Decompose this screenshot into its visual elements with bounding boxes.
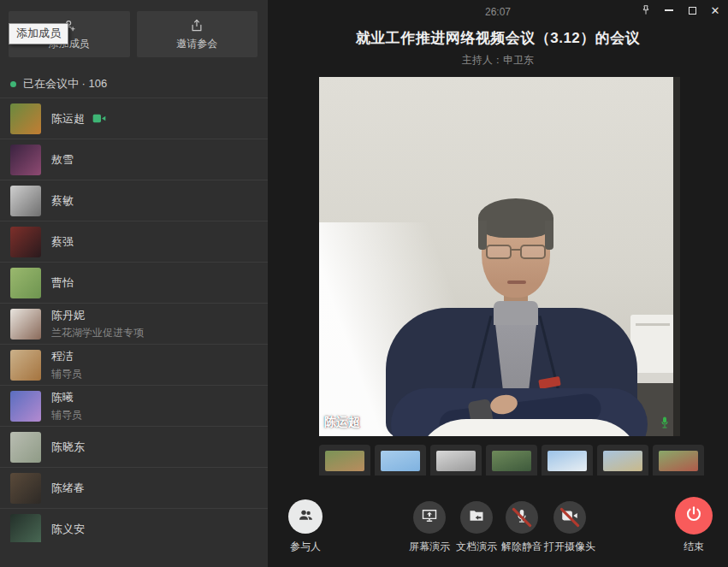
video-thumbnail[interactable] [375,445,426,475]
meeting-toolbar: 参与人 屏幕演示 [268,494,728,567]
participant-avatar [10,227,41,257]
participant-list: 陈运超 敖雪 [0,97,268,542]
thumbnail-image [492,451,531,471]
crossed-arms [391,388,648,436]
participant-row[interactable]: 陈运超 [0,98,268,139]
pin-window-icon[interactable] [638,3,654,18]
video-filmstrip [319,445,704,475]
participant-avatar [10,309,41,340]
printer-in-background [630,315,675,385]
meeting-title: 就业工作推进网络视频会议（3.12）的会议 [268,28,728,48]
participant-name: 陈义安 [51,522,85,537]
speaker-face [482,205,550,298]
participant-row[interactable]: 陈曦 辅导员 [0,386,268,427]
maximize-icon [689,7,696,15]
video-thumbnail[interactable] [542,445,593,475]
participant-name: 蔡强 [51,234,74,250]
invite-share-icon [189,18,204,33]
camera-on-icon [92,113,106,124]
speaker-body [386,308,637,436]
minimize-button[interactable] [661,3,677,18]
participant-avatar [10,268,41,298]
close-icon: ✕ [711,4,720,17]
maximize-button[interactable] [684,3,700,18]
participants-icon [297,506,315,528]
participants-label: 参与人 [258,540,352,554]
power-icon [684,505,703,527]
sidebar-actions: 添加成员 邀请参会 添加成员 [0,0,268,57]
end-meeting-button[interactable]: 结束 [647,497,728,554]
meeting-main: 26:07 ✕ 就业工作推进网络视频会议（3.12）的会议 主持人：申卫东 [268,0,728,567]
participant-avatar [10,145,41,175]
window-controls: ✕ [638,3,723,18]
minimize-icon [665,9,673,11]
close-button[interactable]: ✕ [707,3,723,18]
participant-name: 陈曦 [51,390,74,405]
video-thumbnail[interactable] [319,445,370,475]
participant-name: 陈绪春 [51,481,85,496]
speaker-glasses [485,245,547,260]
desk [415,419,642,436]
main-video[interactable]: 陈运超 [319,77,680,436]
speaker-name-label: 陈运超 [324,415,360,430]
participant-name: 陈丹妮 [51,308,85,323]
invite-button[interactable]: 邀请参会 [137,11,258,57]
participant-avatar [10,391,41,422]
participant-role: 兰花湖学业促进专项 [51,326,144,340]
participant-avatar [10,432,41,463]
thumbnail-image [381,451,420,471]
participant-name: 敖雪 [51,152,74,168]
participant-row[interactable]: 陈绪春 [0,468,268,509]
video-thumbnail[interactable] [430,445,482,475]
participant-role: 辅导员 [51,408,82,422]
participant-row[interactable]: 敖雪 [0,139,268,180]
participant-row[interactable]: 程洁 辅导员 [0,345,268,386]
thumbnail-image [436,451,476,471]
participant-row[interactable]: 蔡敏 [0,180,268,221]
tooltip: 添加成员 [9,23,68,44]
participant-avatar [10,473,41,504]
participant-role: 辅导员 [51,367,82,381]
participants-sidebar: 添加成员 邀请参会 添加成员 已在会议中 · 106 陈运超 [0,0,268,567]
lapel-badge [538,376,561,389]
video-background [319,222,490,436]
participant-row[interactable]: 陈晓东 [0,427,268,468]
participant-row[interactable]: 陈义安 [0,509,268,542]
speaker-mic-on-icon [660,416,670,429]
online-status-dot [10,81,16,87]
open-camera-label: 打开摄像头 [523,540,617,554]
thumbnail-image [659,451,698,471]
participant-name: 陈运超 [51,111,85,127]
thumbnail-image [325,451,364,471]
video-thumbnail[interactable] [653,445,704,475]
open-camera-button[interactable]: 打开摄像头 [523,501,617,554]
participant-row[interactable]: 蔡强 [0,221,268,263]
meeting-status: 已在会议中 · 106 [0,73,268,95]
participant-row[interactable]: 曹怡 [0,263,268,304]
meeting-host: 主持人：申卫东 [268,53,728,68]
invite-label: 邀请参会 [176,37,217,51]
end-meeting-label: 结束 [647,540,728,554]
in-meeting-count: 已在会议中 · 106 [23,76,107,92]
participant-avatar [10,186,41,216]
participant-row[interactable]: 陈丹妮 兰花湖学业促进专项 [0,304,268,345]
participant-avatar [10,350,41,381]
participant-name: 陈晓东 [51,440,85,455]
participant-name: 蔡敏 [51,193,74,209]
participant-avatar [10,103,41,134]
video-thumbnail[interactable] [486,445,537,475]
thumbnail-image [603,451,642,471]
participants-button[interactable]: 参与人 [258,499,352,554]
participant-name: 曹怡 [51,275,74,291]
thumbnail-image [547,451,587,471]
video-thumbnail[interactable] [597,445,648,475]
participant-name: 程洁 [51,349,74,364]
participant-avatar [10,514,41,543]
